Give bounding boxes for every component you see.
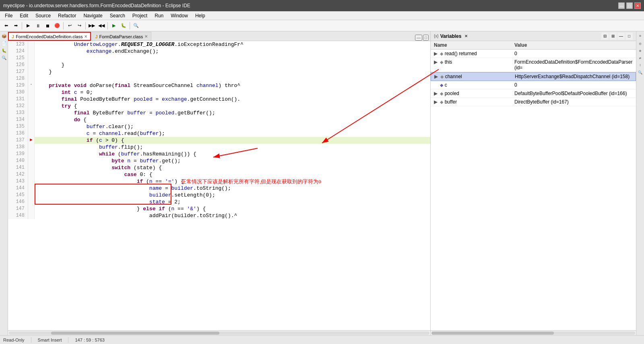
right-sidebar-icon-3[interactable]: ⊕ [637, 48, 644, 54]
tab-label-2: FormDataParser.class [99, 34, 143, 39]
table-row: 135 buffer.clear(); [8, 123, 430, 130]
right-sidebar-icon-1[interactable]: ≡ [637, 33, 644, 39]
var-type-icon-3: ◆ [440, 74, 444, 79]
status-position: 147 : 59 : 5763 [75, 338, 104, 342]
tab-maximize-btn[interactable]: □ [423, 35, 429, 41]
tab-form-encoded[interactable]: J FormEncodedDataDefinition.class ✕ [8, 32, 91, 41]
tab-form-data-parser[interactable]: J FormDataParser.class ✕ [91, 32, 151, 41]
titlebar-controls: — □ ✕ [618, 2, 641, 9]
var-value-5: DefaultByteBufferPool$DefaultPooledBuffe… [513, 90, 634, 97]
var-name-5: pooled [445, 91, 459, 96]
table-row: 143 if (n == '=') { [8, 178, 430, 185]
sidebar-debug-icon[interactable]: 🐛 [1, 48, 7, 54]
toolbar-btn-11[interactable]: ▶ [109, 21, 118, 30]
list-item[interactable]: ▶ ◆ c 0 [431, 81, 636, 89]
menubar-item-navigate[interactable]: Navigate [80, 12, 105, 19]
var-value-3: HttpServerExchange$ReadDispatchChannel (… [513, 73, 634, 80]
var-ctrl-expand[interactable]: ⊞ [609, 33, 617, 40]
menubar-item-source[interactable]: Source [32, 12, 54, 19]
toolbar-btn-4[interactable]: ⏸ [33, 21, 42, 30]
table-row: 125 [8, 55, 430, 62]
expand-icon-5[interactable]: ▶ [434, 91, 439, 96]
scrollbar-thumb[interactable] [51, 332, 219, 335]
var-ctrl-maximize[interactable]: □ [625, 33, 633, 40]
list-item[interactable]: ▶ ◆ channel HttpServerExchange$ReadDispa… [431, 72, 636, 81]
table-row: 123 UndertowLogger.REQUEST_IO_LOGGER.ioE… [8, 41, 430, 48]
menubar-item-window[interactable]: Window [167, 12, 191, 19]
minimize-button[interactable]: — [618, 2, 625, 9]
var-ctrl-collapse[interactable]: ⊟ [601, 33, 609, 40]
menubar-item-file[interactable]: File [2, 12, 16, 19]
toolbar-btn-9[interactable]: ▶▶ [87, 21, 96, 30]
sidebar-file-icon[interactable]: 📄 [1, 40, 7, 47]
toolbar-btn-3[interactable]: ▶ [24, 21, 33, 30]
right-sidebar: ≡ ◎ ⊕ ⇄ ↕ 🔍 [636, 31, 644, 335]
close-button[interactable]: ✕ [634, 2, 641, 9]
toolbar-btn-12[interactable]: 🐛 [119, 21, 128, 30]
menubar-item-refactor[interactable]: Refactor [55, 12, 79, 19]
expand-icon-2[interactable]: ▶ [434, 59, 439, 65]
editor-area: J FormEncodedDataDefinition.class ✕ J Fo… [8, 31, 431, 335]
sidebar-search-icon[interactable]: 🔍 [1, 55, 7, 61]
toolbar-btn-2[interactable]: ➡ [11, 21, 20, 30]
var-col-value-header: Value [513, 42, 634, 48]
var-ctrl-minimize[interactable]: — [617, 33, 625, 40]
var-name-2: this [445, 59, 452, 65]
right-sidebar-icon-4[interactable]: ⇄ [637, 55, 644, 61]
expand-icon-3[interactable]: ▶ [434, 74, 439, 79]
var-controls: ⊟ ⊞ — □ [601, 33, 633, 40]
tab-close-2[interactable]: ✕ [144, 34, 148, 39]
expand-icon-1[interactable]: ▶ [434, 51, 439, 56]
var-name-3: channel [445, 74, 462, 79]
toolbar-btn-13[interactable]: 🔍 [132, 21, 140, 30]
tab-icon-1: J [12, 34, 14, 39]
var-type-icon-5: ◆ [440, 91, 443, 96]
menubar: FileEditSourceRefactorNavigateSearchProj… [0, 11, 644, 20]
toolbar-btn-8[interactable]: ↪ [75, 21, 84, 30]
titlebar: myeclipse - io.undertow.server.handlers.… [0, 0, 644, 11]
toolbar-btn-5[interactable]: ⏹ [43, 21, 52, 30]
expand-icon-6[interactable]: ▶ [434, 99, 439, 105]
variables-header: {x} Variables ✕ ⊟ ⊞ — □ [431, 31, 636, 41]
right-sidebar-icon-2[interactable]: ◎ [637, 40, 644, 47]
left-sidebar: 📦 📄 🐛 🔍 [0, 31, 8, 335]
menubar-item-search[interactable]: Search [107, 12, 128, 19]
var-name-4: c [445, 82, 447, 88]
list-item[interactable]: ▶ ◆ this FormEncodedDataDefinition$FormE… [431, 58, 636, 72]
menubar-item-project[interactable]: Project [129, 12, 151, 19]
toolbar-btn-10[interactable]: ◀◀ [97, 21, 106, 30]
list-item[interactable]: ▶ ◆ read() returned 0 [431, 50, 636, 58]
menubar-item-edit[interactable]: Edit [17, 12, 31, 19]
variables-table[interactable]: Name Value ▶ ◆ read() returned 0 ▶ ◆ thi… [431, 41, 636, 186]
table-row: 136 c = channel.read(buffer); [8, 130, 430, 137]
variables-scrollbar-h[interactable] [431, 330, 636, 335]
scrollbar-track [9, 332, 429, 335]
table-row: 139 while (buffer.hasRemaining()) { [8, 151, 430, 157]
right-sidebar-icon-5[interactable]: ↕ [637, 62, 644, 68]
tab-minimize-btn[interactable]: — [415, 35, 422, 41]
tab-close-1[interactable]: ✕ [84, 34, 87, 39]
table-row: 138 buffer.flip(); [8, 144, 430, 151]
menubar-item-run[interactable]: Run [151, 12, 167, 19]
right-sidebar-icon-6[interactable]: 🔍 [637, 69, 644, 76]
table-row: 147 } else if (n == '&') { [8, 205, 430, 212]
list-item[interactable]: ▶ ◆ buffer DirectByteBuffer (id=167) [431, 98, 636, 106]
list-item[interactable]: ▶ ◆ pooled DefaultByteBufferPool$Default… [431, 89, 636, 98]
maximize-button[interactable]: □ [626, 2, 633, 9]
toolbar-btn-7[interactable]: ↩ [65, 21, 74, 30]
var-scrollbar-thumb[interactable] [431, 332, 554, 335]
var-name-6: buffer [445, 99, 457, 105]
toolbar-btn-1[interactable]: ⬅ [2, 21, 10, 30]
var-type-icon-2: ◆ [440, 60, 443, 64]
table-row: 144 name = builder.toString(); [8, 185, 430, 192]
menubar-item-help[interactable]: Help [192, 12, 208, 19]
tab-icon-2: J [95, 34, 97, 39]
var-value-6: DirectByteBuffer (id=167) [513, 99, 634, 105]
var-type-icon-4: ◆ [440, 83, 443, 87]
sidebar-package-icon[interactable]: 📦 [1, 33, 7, 39]
table-row: 145 builder.setLength(0); [8, 192, 430, 199]
toolbar-btn-6[interactable]: 🔴 [53, 21, 62, 30]
var-value-4: 0 [513, 82, 634, 88]
code-editor[interactable]: 123 UndertowLogger.REQUEST_IO_LOGGER.ioE… [8, 41, 430, 330]
editor-scrollbar-h[interactable] [8, 330, 430, 335]
